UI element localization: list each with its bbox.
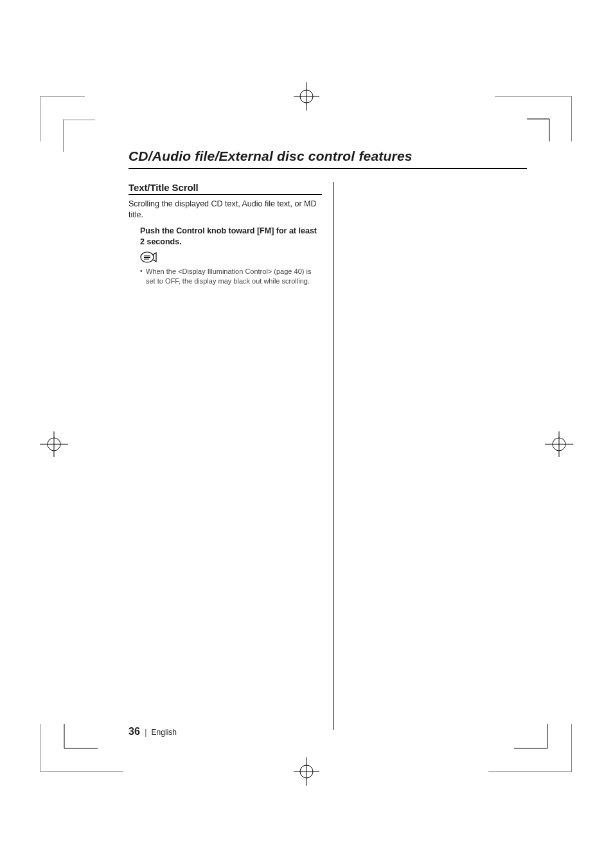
instruction-text: Push the Control knob toward [FM] for at… — [140, 226, 322, 248]
note-icon — [140, 251, 157, 263]
section-rule — [129, 194, 322, 195]
two-column-layout: Text/Title Scroll Scrolling the displaye… — [129, 182, 527, 730]
page-content: CD/Audio file/External disc control feat… — [129, 149, 527, 730]
print-trim-mark-top-right — [495, 96, 572, 141]
chapter-rule — [129, 168, 527, 169]
print-crop-mark-right — [545, 418, 573, 471]
footer-separator: | — [142, 728, 149, 737]
print-crop-mark-bottom — [280, 757, 333, 786]
footer-language: English — [152, 728, 177, 737]
print-trim-mark-bottom-left — [40, 724, 123, 772]
note-list: When the <Display Illumination Control> … — [140, 267, 322, 287]
print-crop-mark-left — [40, 418, 68, 471]
left-column: Text/Title Scroll Scrolling the displaye… — [129, 182, 333, 730]
note-item: When the <Display Illumination Control> … — [140, 267, 322, 287]
note-icon-wrap — [140, 251, 322, 266]
section-title: Text/Title Scroll — [129, 182, 322, 193]
print-trim-mark-bottom-right — [488, 724, 572, 772]
right-column — [334, 182, 528, 730]
section-intro-text: Scrolling the displayed CD text, Audio f… — [129, 199, 322, 221]
chapter-title: CD/Audio file/External disc control feat… — [129, 149, 527, 168]
page-footer: 36 | English — [129, 726, 177, 737]
page-number: 36 — [129, 726, 140, 737]
print-trim-mark-top-left-inner — [63, 120, 95, 152]
print-crop-mark-top — [280, 82, 333, 111]
